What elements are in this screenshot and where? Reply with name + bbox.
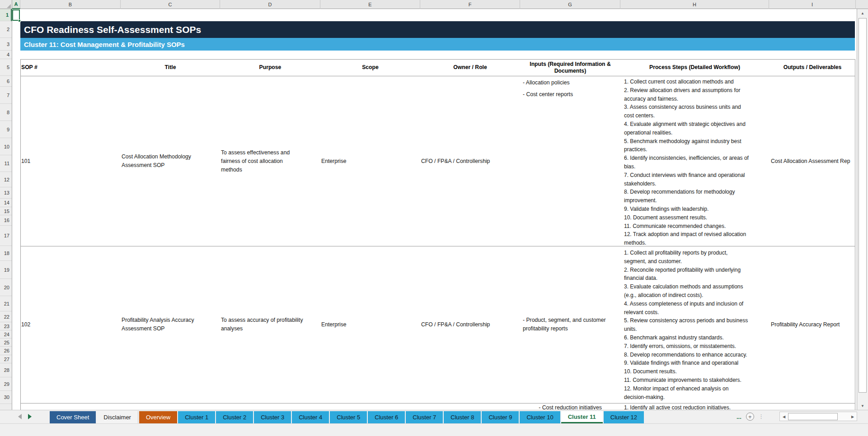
column-header-C[interactable]: C — [121, 0, 220, 9]
tab-nav-arrows — [18, 410, 32, 423]
table-header-inputs[interactable]: Inputs (Required Information & Documents… — [521, 59, 619, 76]
horizontal-scrollbar[interactable]: ◀ ▶ — [779, 412, 857, 421]
sheet-tab-cluster-9[interactable]: Cluster 9 — [482, 411, 519, 423]
column-header-I[interactable]: I — [769, 0, 856, 9]
row-header-27[interactable]: 27 — [0, 355, 12, 363]
row-header-22[interactable]: 22 — [0, 311, 12, 322]
row-header-7[interactable]: 7 — [0, 87, 12, 104]
row-header-30[interactable]: 30 — [0, 391, 12, 404]
table-header-sop_no[interactable]: SOP # — [21, 59, 120, 76]
row-header-25[interactable]: 25 — [0, 339, 12, 347]
cell-inputs[interactable]: - Allocation policies - Cost center repo… — [523, 77, 619, 100]
cell-process-steps[interactable]: 1. Collect current cost allocation metho… — [624, 78, 769, 247]
row-header-20[interactable]: 20 — [0, 279, 12, 296]
sheet-tab-overview[interactable]: Overview — [139, 411, 177, 423]
row-header-1[interactable]: 1 — [0, 9, 12, 21]
row-header-24[interactable]: 24 — [0, 330, 12, 339]
row-header-9[interactable]: 9 — [0, 121, 12, 138]
table-header-scope[interactable]: Scope — [321, 59, 419, 76]
cell-purpose[interactable]: To assess accuracy of profitability anal… — [221, 316, 319, 333]
sheet-tab-cluster-8[interactable]: Cluster 8 — [444, 411, 481, 423]
sheet-tab-cover-sheet[interactable]: Cover Sheet — [50, 411, 96, 423]
table-header-title[interactable]: Title — [122, 59, 219, 76]
sheet-tab-cluster-7[interactable]: Cluster 7 — [406, 411, 443, 423]
sheet-title-banner[interactable]: CFO Readiness Self-Assessment SOPs — [20, 21, 855, 38]
tab-overflow-dots[interactable]: ... — [737, 413, 741, 420]
table-header-purpose[interactable]: Purpose — [221, 59, 319, 76]
excel-window: ABCDEFGHI 123456789101112131415161718192… — [0, 0, 868, 436]
column-header-G[interactable]: G — [520, 0, 620, 9]
row-header-10[interactable]: 10 — [0, 138, 12, 155]
select-all-button[interactable] — [0, 0, 12, 9]
row-header-14[interactable]: 14 — [0, 199, 12, 207]
row-header-12[interactable]: 12 — [0, 172, 12, 187]
scroll-down-button[interactable]: ▼ — [857, 402, 868, 410]
row-header-23[interactable]: 23 — [0, 322, 12, 330]
cell-sop-number[interactable]: 101 — [21, 157, 30, 166]
row-header-3[interactable]: 3 — [0, 38, 12, 51]
column-header-D[interactable]: D — [220, 0, 320, 9]
cell-output[interactable]: Profitability Accuracy Report — [771, 320, 854, 329]
column-header-B[interactable]: B — [20, 0, 121, 9]
cell-title[interactable]: Cost Allocation Methodology Assessment S… — [122, 153, 218, 170]
row-header-16[interactable]: 16 — [0, 215, 12, 226]
cell-sop-number[interactable]: 102 — [21, 320, 30, 329]
tab-scroll-left-icon[interactable] — [18, 414, 22, 419]
row-header-13[interactable]: 13 — [0, 187, 12, 199]
scroll-up-button[interactable]: ▲ — [857, 9, 868, 17]
row-header-29[interactable]: 29 — [0, 377, 12, 391]
row-header-4[interactable]: 4 — [0, 51, 12, 59]
row-header-5[interactable]: 5 — [0, 59, 12, 76]
cell-owner[interactable]: CFO / FP&A / Controllership — [421, 320, 520, 329]
table-header-outputs[interactable]: Outputs / Deliverables — [770, 59, 855, 76]
column-header-F[interactable]: F — [420, 0, 520, 9]
cell-scope[interactable]: Enterprise — [321, 157, 347, 166]
cell-inputs[interactable]: - Product, segment, and customer profita… — [523, 316, 619, 333]
column-header-E[interactable]: E — [320, 0, 420, 9]
cell-output[interactable]: Cost Allocation Assessment Rep — [771, 157, 854, 166]
sheet-tab-cluster-10[interactable]: Cluster 10 — [520, 411, 560, 423]
column-header-A[interactable]: A — [12, 0, 20, 9]
status-bar — [0, 423, 868, 436]
row-header-17[interactable]: 17 — [0, 226, 12, 246]
row-header-11[interactable]: 11 — [0, 155, 12, 172]
vertical-scrollbar[interactable]: ▲ ▼ — [857, 9, 868, 410]
sheet-tab-cluster-11[interactable]: Cluster 11 — [561, 411, 603, 423]
cell-title[interactable]: Profitability Analysis Accuracy Assessme… — [122, 316, 218, 333]
cell-process-steps[interactable]: 1. Collect all profitability reports by … — [624, 249, 769, 401]
vertical-scrollbar-thumb[interactable] — [859, 18, 867, 393]
sheet-tab-cluster-3[interactable]: Cluster 3 — [254, 411, 291, 423]
sheet-subtitle-banner[interactable]: Cluster 11: Cost Management & Profitabil… — [20, 38, 855, 51]
row-header-26[interactable]: 26 — [0, 347, 12, 355]
row-header-15[interactable]: 15 — [0, 207, 12, 215]
row-header-21[interactable]: 21 — [0, 296, 12, 311]
row-header-gutter: 1234567891011121314151617181920212223242… — [0, 9, 12, 410]
cell-scope[interactable]: Enterprise — [321, 320, 347, 329]
table-header-owner[interactable]: Owner / Role — [421, 59, 519, 76]
sheet-tab-disclaimer[interactable]: Disclaimer — [97, 411, 138, 423]
scroll-right-button[interactable]: ▶ — [849, 413, 856, 420]
cell-owner[interactable]: CFO / FP&A / Controllership — [421, 157, 520, 166]
sheet-tab-cluster-6[interactable]: Cluster 6 — [368, 411, 405, 423]
sheet-tab-cluster-1[interactable]: Cluster 1 — [178, 411, 215, 423]
cell-purpose[interactable]: To assess effectiveness and fairness of … — [221, 148, 319, 174]
row-header-8[interactable]: 8 — [0, 104, 12, 121]
row-header-2[interactable]: 2 — [0, 21, 12, 38]
row-header-19[interactable]: 19 — [0, 261, 12, 279]
fill-handle[interactable] — [18, 19, 21, 22]
sheet-tab-cluster-2[interactable]: Cluster 2 — [216, 411, 253, 423]
row-header-18[interactable]: 18 — [0, 246, 12, 261]
scroll-left-button[interactable]: ◀ — [781, 413, 787, 420]
horizontal-scrollbar-thumb[interactable] — [788, 413, 838, 420]
sheet-tab-cluster-5[interactable]: Cluster 5 — [330, 411, 367, 423]
add-sheet-button[interactable]: + — [746, 413, 754, 421]
table-border-line — [855, 59, 855, 410]
sheet-tab-cluster-4[interactable]: Cluster 4 — [292, 411, 329, 423]
table-border-line — [20, 403, 855, 404]
sheet-tab-cluster-12[interactable]: Cluster 12 — [604, 411, 644, 423]
column-header-H[interactable]: H — [620, 0, 769, 9]
table-header-steps[interactable]: Process Steps (Detailed Workflow) — [621, 59, 768, 76]
row-header-6[interactable]: 6 — [0, 76, 12, 87]
row-header-28[interactable]: 28 — [0, 363, 12, 377]
tab-scroll-right-icon[interactable] — [28, 414, 32, 419]
